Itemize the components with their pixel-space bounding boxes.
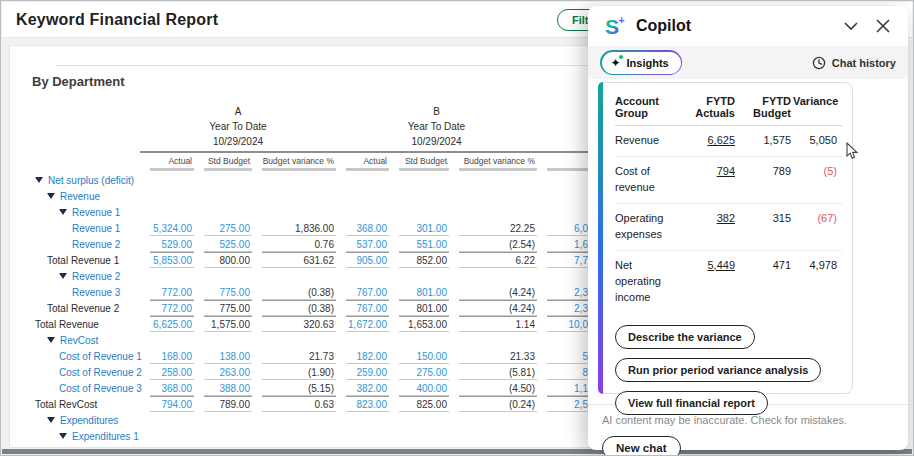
value-link-cell[interactable]: 772.00 [150,300,194,316]
collapse-panel-button[interactable] [842,20,860,33]
row-label-cell: Total RevCost [32,396,140,412]
collapse-triangle-icon[interactable] [59,433,67,439]
value-cell: 6.22 [459,252,537,268]
chat-history-button[interactable]: Chat history [812,56,896,70]
value-link-cell[interactable]: 767.00 [346,284,389,300]
row-label[interactable]: Cost of Revenue 2 [59,367,142,378]
value-cell: 775.00 [204,300,252,316]
value-link-cell[interactable]: 5,853.00 [150,252,194,268]
section-title: By Department [32,74,124,89]
value-link-cell[interactable]: 794.00 [150,396,194,412]
value-link-cell[interactable]: 388.00 [204,380,252,396]
row-label[interactable]: Cost of Revenue 1 [59,351,142,362]
value-link-cell[interactable]: 537.00 [346,236,389,252]
value-link-cell[interactable]: 59.00 [346,444,389,448]
row-label[interactable]: Expenditures [60,415,118,426]
fytd-actuals-link[interactable]: 382 [677,211,737,243]
table-header-row: Year To DateYear To Date [32,119,652,134]
row-label[interactable]: Revenue 3 [72,287,120,298]
value-link-cell[interactable]: 772.00 [150,284,194,300]
clock-icon [812,56,826,70]
value-link-cell[interactable]: 258.00 [150,364,194,380]
copilot-table-row: Cost of revenue794789(5) [615,157,842,204]
row-label[interactable]: Revenue 2 [72,271,120,282]
value-link-cell[interactable]: 301.00 [399,220,449,236]
collapse-triangle-icon[interactable] [47,417,55,423]
value-link-cell[interactable]: 55.00 [204,444,252,448]
table-row: Cost of Revenue 2258.00263.00(1.90)259.0… [32,364,652,380]
value-link-cell[interactable]: 905.00 [346,252,389,268]
value-link-cell[interactable]: 525.00 [204,236,252,252]
row-label[interactable]: Expenditure 1 [72,447,134,449]
account-group-label: Operating expenses [615,211,677,243]
column-group-date: 10/29/2024 [336,134,537,149]
value-link-cell[interactable]: 382.00 [346,380,389,396]
row-label[interactable]: Revenue 2 [72,239,120,250]
collapse-triangle-icon[interactable] [47,337,55,343]
fytd-actuals-link[interactable]: 6,625 [677,133,737,149]
row-label[interactable]: Net surplus (deficit) [48,175,134,186]
new-chat-button[interactable]: New chat [602,436,681,456]
value-link-cell[interactable]: 275.00 [399,364,449,380]
row-label[interactable]: Revenue 1 [72,223,120,234]
value-link-cell[interactable]: 275.00 [204,220,252,236]
copilot-summary-table: Account GroupFYTD ActualsFYTD BudgetVari… [615,95,842,313]
value-link-cell[interactable]: 168.00 [150,348,194,364]
copilot-table-header: Account GroupFYTD ActualsFYTD BudgetVari… [615,95,842,126]
value-link-cell[interactable]: 551.00 [399,236,449,252]
value-link-cell[interactable]: 368.00 [150,380,194,396]
value-link-cell[interactable]: 138.00 [204,348,252,364]
table-header-row: 10/29/202410/29/2024 [32,134,652,149]
suggestion-button[interactable]: Describe the variance [615,325,755,349]
row-label[interactable]: Cost of Revenue 3 [59,383,142,394]
value-link-cell[interactable]: 132.00 [150,444,194,448]
value-link-cell[interactable]: 263.00 [204,364,252,380]
copilot-column-header: Account Group [615,95,677,119]
value-link-cell[interactable]: 6,625.00 [150,316,194,332]
value-cell: (0.38) [262,284,336,300]
row-label[interactable]: Revenue 1 [72,207,120,218]
row-label: Total Revenue [35,319,99,330]
collapse-triangle-icon[interactable] [59,273,67,279]
value-link-cell[interactable]: 775.00 [204,284,252,300]
value-cell: 631.62 [262,252,336,268]
fytd-actuals-link[interactable]: 794 [677,164,737,196]
collapse-triangle-icon[interactable] [59,209,67,215]
collapse-triangle-icon[interactable] [35,177,43,183]
copilot-table-row: Operating expenses382315(67) [615,204,842,251]
value-link-cell[interactable]: 259.00 [346,364,389,380]
value-link-cell[interactable]: 767.00 [346,300,389,316]
suggestion-button[interactable]: View full financial report [615,391,768,415]
column-label-text: Std Budget [399,154,449,171]
row-label[interactable]: Revenue [60,191,100,202]
copilot-title: Copilot [636,17,842,35]
row-label[interactable]: RevCost [60,335,98,346]
value-link-cell[interactable]: 1,672.00 [346,316,389,332]
insights-tab[interactable]: ✦ Insights [600,50,682,75]
value-link-cell[interactable]: 529.00 [150,236,194,252]
group-separator-row [32,149,652,153]
value-link-cell[interactable]: 5,324.00 [150,220,194,236]
value-link-cell[interactable]: 182.00 [346,348,389,364]
column-label: Std Budget [194,154,252,171]
row-label[interactable]: Expenditures 1 [72,431,139,442]
value-link-cell[interactable]: 368.00 [346,220,389,236]
fytd-actuals-link[interactable]: 5,449 [677,258,737,306]
value-link-cell[interactable]: 823.00 [346,396,389,412]
value-link-cell[interactable]: 400.00 [399,380,449,396]
value-cell: 801.00 [399,300,449,316]
value-cell: 1,836.00 [262,220,336,236]
table-header-row: AB [32,104,652,119]
value-cell: 852.00 [399,252,449,268]
value-cell: 22.25 [459,220,537,236]
value-link-cell[interactable]: 59.00 [399,444,449,448]
close-panel-button[interactable] [874,17,892,35]
collapse-triangle-icon[interactable] [47,193,55,199]
copilot-suggestions: Describe the varianceRun prior period va… [615,325,842,415]
suggestion-button[interactable]: Run prior period variance analysis [615,358,821,382]
account-group-label: Net operating income [615,258,677,306]
fytd-budget-value: 1,575 [737,133,793,149]
value-link-cell[interactable]: 150.00 [399,348,449,364]
value-link-cell[interactable]: 801.00 [399,284,449,300]
variance-value: (5) [793,164,839,196]
